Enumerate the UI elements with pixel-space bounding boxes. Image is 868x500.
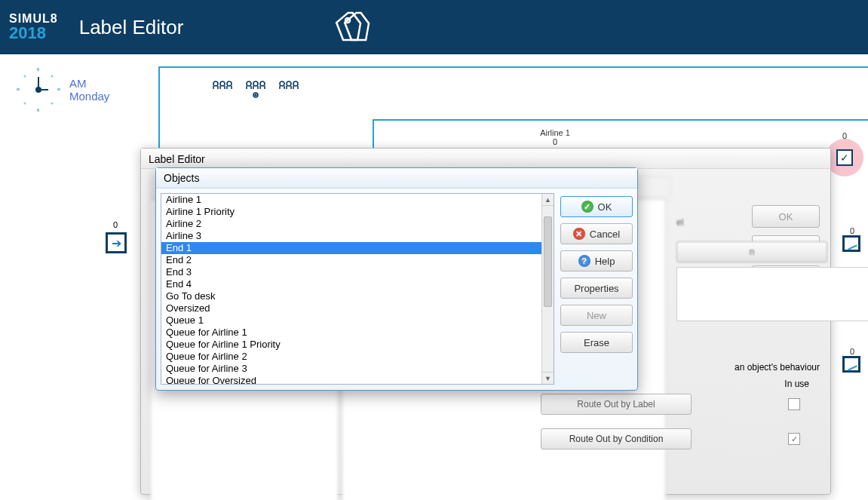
svg-rect-7 [57,88,60,90]
list-item[interactable]: Queue for Airline 1 [161,327,541,339]
objects-dialog-title: Objects [156,168,637,189]
scroll-up-arrow[interactable]: ▲ [542,194,554,206]
svg-point-12 [213,81,218,86]
svg-point-17 [260,81,265,86]
desk-group-icon [278,80,300,95]
new-button[interactable]: New [560,305,633,326]
start-point-count: 0 [113,220,118,229]
list-item[interactable]: Airline 2 [161,218,541,230]
list-item[interactable]: Airline 1 [161,194,541,206]
app-logo: SIMUL8 2018 [9,13,58,41]
route-label-checkbox[interactable] [788,398,800,410]
svg-point-13 [220,81,225,86]
scrollbar[interactable]: ▲ ▼ [541,194,554,384]
svg-point-15 [247,81,251,86]
help-button[interactable]: ? Help [560,250,633,271]
airline-1-count: 0 [540,137,570,146]
ok-button[interactable]: OK [752,205,820,228]
check-icon: ✓ [836,149,853,166]
list-item[interactable]: Queue for Airline 1 Priority [161,339,541,351]
fragment-label-blurred: el [676,217,683,228]
svg-point-22 [293,81,298,86]
list-item[interactable]: Queue for Airline 3 [161,363,541,375]
svg-point-8 [51,75,54,78]
clock-day: Monday [69,90,109,103]
queue-box[interactable] [842,356,860,373]
queue-count: 0 [850,347,854,356]
page-title: Label Editor [79,16,184,39]
svg-point-9 [24,75,26,78]
tag-icon [334,11,375,44]
list-item[interactable]: Go To desk [161,290,541,302]
route-out-by-label-button[interactable]: Route Out by Label [541,394,692,415]
list-item[interactable]: End 4 [161,278,541,290]
queue-count: 0 [850,226,854,235]
svg-rect-5 [37,109,39,112]
clock-icon [15,66,62,113]
list-item[interactable]: Oversized [161,302,541,314]
route-condition-checkbox[interactable]: ✓ [788,433,800,445]
cancel-label: Cancel [590,229,620,240]
clock-widget: AM Monday [15,66,109,113]
label-editor-title: Label Editor [141,149,830,169]
list-item[interactable]: Airline 3 [161,230,541,242]
in-use-label: In use [784,379,809,389]
svg-rect-6 [17,88,20,90]
fragment-text-area [676,267,868,321]
clock-ampm: AM [69,77,109,90]
cancel-button[interactable]: ✕ Cancel [560,223,633,244]
scroll-thumb[interactable] [544,216,552,307]
end-point-marker[interactable]: 0 ✓ [826,139,863,176]
desk-target-icon [244,80,267,100]
check-icon: ✓ [581,201,593,213]
cross-icon: ✕ [573,228,585,240]
objects-dialog: Objects Airline 1Airline 1 PriorityAirli… [155,167,638,391]
end-point-count: 0 [842,131,847,140]
list-item[interactable]: Airline 1 Priority [161,206,541,218]
list-item[interactable]: End 3 [161,266,541,278]
fragment-button-blurred[interactable]: n [676,241,827,262]
desk-group-icon [211,80,234,95]
svg-point-19 [255,94,256,96]
help-label: Help [595,256,615,267]
airline-1-label: Airline 1 [540,128,570,137]
properties-button[interactable]: Properties [560,278,633,299]
list-item[interactable]: End 1 [161,242,541,254]
objects-listbox[interactable]: Airline 1Airline 1 PriorityAirline 2Airl… [161,193,554,385]
queue-box[interactable] [842,235,860,252]
help-icon: ? [578,255,590,267]
ok-button[interactable]: ✓ OK [560,196,633,217]
logo-year: 2018 [9,25,58,41]
svg-rect-4 [37,68,39,71]
svg-point-21 [287,81,291,86]
erase-button[interactable]: Erase [560,332,633,353]
start-arrow-icon[interactable]: ➔ [106,232,127,253]
list-item[interactable]: End 2 [161,254,541,266]
ok-label: OK [598,201,612,213]
svg-point-11 [24,103,26,105]
app-banner: SIMUL8 2018 Label Editor [0,0,868,54]
list-item[interactable]: Queue for Oversized [161,375,541,384]
desk-icons [211,80,300,100]
list-item[interactable]: Queue for Airline 2 [161,351,541,363]
svg-point-16 [253,81,258,86]
scroll-down-arrow[interactable]: ▼ [542,372,554,384]
svg-point-20 [280,81,284,86]
svg-point-10 [51,103,54,105]
svg-point-14 [227,81,232,86]
behaviour-caption: an object's behaviour [735,362,820,373]
route-out-by-condition-button[interactable]: Route Out by Condition [541,428,692,449]
list-item[interactable]: Queue 1 [161,314,541,327]
